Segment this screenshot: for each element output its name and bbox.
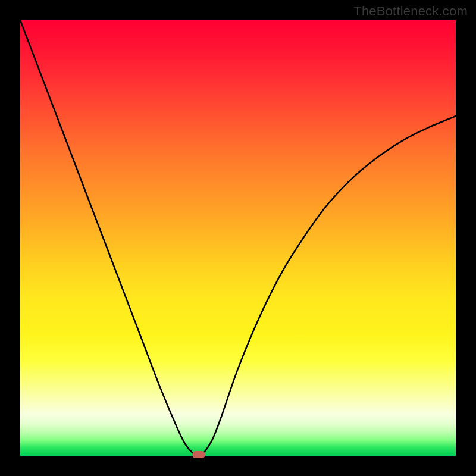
plot-area xyxy=(20,20,456,456)
attribution-text: TheBottleneck.com xyxy=(353,4,468,19)
minimum-marker xyxy=(192,451,205,458)
chart-frame: TheBottleneck.com xyxy=(0,0,476,476)
bottleneck-curve xyxy=(20,20,456,456)
